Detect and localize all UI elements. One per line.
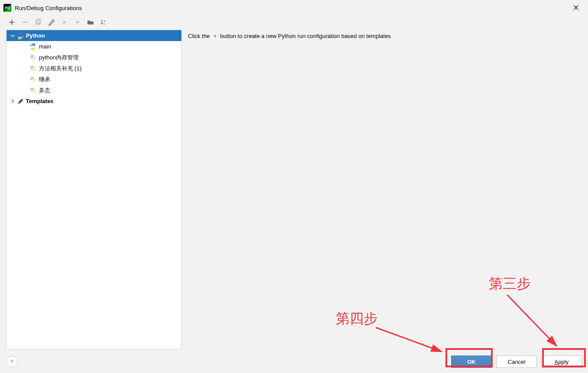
cancel-button[interactable]: Cancel: [496, 356, 537, 368]
python-icon: [29, 43, 37, 51]
app-icon: PC: [3, 4, 11, 12]
help-button[interactable]: ?: [6, 356, 17, 367]
main-area: Python main python内存管理 方法相关补充 (1) 继承: [0, 29, 588, 350]
ok-label: OK: [467, 359, 476, 365]
tree-item-inherit[interactable]: 继承: [7, 74, 181, 85]
tree-item-label: 多态: [39, 86, 50, 94]
tree-item-mem[interactable]: python内存管理: [7, 52, 181, 63]
empty-hint: Click the + button to create a new Pytho…: [188, 32, 582, 39]
hint-text-post: button to create a new Python run config…: [220, 33, 391, 39]
python-icon: [29, 54, 37, 62]
close-icon[interactable]: ✕: [567, 3, 585, 13]
window-title: Run/Debug Configurations: [15, 5, 82, 11]
plus-icon: +: [212, 32, 219, 39]
folder-button[interactable]: [87, 18, 94, 26]
remove-config-button[interactable]: [21, 18, 29, 26]
svg-point-6: [32, 56, 36, 60]
svg-point-10: [32, 78, 36, 82]
chevron-down-icon: [9, 34, 16, 38]
apply-button[interactable]: Apply: [541, 356, 582, 368]
hint-text-pre: Click the: [188, 33, 210, 39]
tree-item-label: main: [39, 43, 51, 50]
tree-item-poly[interactable]: 多态: [7, 85, 181, 96]
move-up-button[interactable]: [60, 18, 68, 26]
svg-text:z: z: [104, 22, 105, 25]
copy-config-button[interactable]: [34, 18, 42, 26]
python-icon: [29, 76, 37, 83]
svg-point-8: [32, 67, 36, 71]
edit-defaults-button[interactable]: [47, 18, 55, 26]
wrench-icon: [16, 97, 24, 105]
tree-group-label: Python: [26, 32, 45, 39]
tree-item-label: 继承: [39, 76, 50, 83]
tree-group-label: Templates: [26, 98, 53, 104]
content-panel: Click the + button to create a new Pytho…: [182, 29, 588, 350]
config-tree[interactable]: Python main python内存管理 方法相关补充 (1) 继承: [6, 30, 182, 349]
svg-text:a: a: [104, 19, 105, 22]
tree-item-label: python内存管理: [39, 54, 79, 62]
tree-item-label: 方法相关补充 (1): [39, 65, 82, 73]
footer: ? OK Cancel Apply: [0, 350, 588, 373]
chevron-right-icon: [9, 99, 16, 104]
tree-item-method[interactable]: 方法相关补充 (1): [7, 63, 181, 74]
python-icon: [29, 65, 37, 73]
cancel-label: Cancel: [508, 359, 525, 365]
apply-label: Apply: [554, 359, 569, 365]
tree-item-main[interactable]: main: [7, 41, 181, 52]
svg-rect-0: [22, 22, 28, 23]
ok-button[interactable]: OK: [451, 356, 492, 368]
python-icon: [16, 32, 24, 40]
sort-button[interactable]: az: [100, 18, 108, 26]
toolbar: az: [0, 16, 588, 29]
add-config-button[interactable]: [8, 18, 16, 26]
svg-point-12: [32, 89, 36, 93]
tree-group-templates[interactable]: Templates: [7, 96, 181, 107]
help-icon: ?: [10, 359, 13, 365]
titlebar: PC Run/Debug Configurations ✕: [0, 0, 588, 16]
tree-group-python[interactable]: Python: [7, 30, 181, 41]
python-icon: [29, 86, 37, 94]
move-down-button[interactable]: [73, 18, 81, 26]
